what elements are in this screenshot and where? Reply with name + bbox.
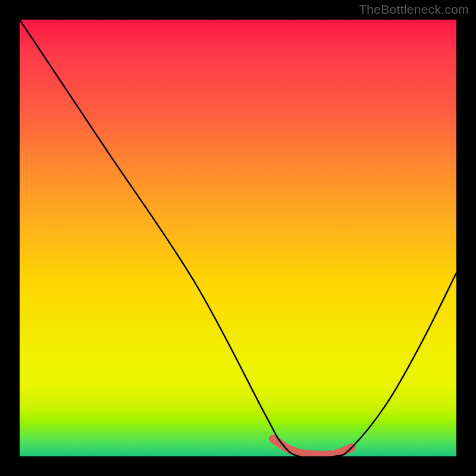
chart-frame: TheBottleneck.com	[0, 0, 476, 476]
bottleneck-curve	[20, 20, 456, 456]
bottleneck-curve-svg	[20, 20, 456, 456]
watermark-text: TheBottleneck.com	[359, 2, 469, 17]
plot-area	[20, 20, 456, 456]
